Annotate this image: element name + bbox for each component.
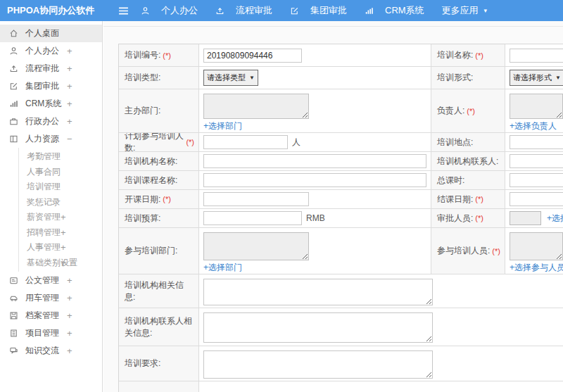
hr-submenu: 考勤管理 人事合同 培训管理 奖惩记录 薪资管理 + 招聘管理 + 人事管理 +… (18, 148, 102, 272)
form-row: 培训编号:(*) 培训名称:(*) (119, 44, 563, 67)
training-requirements-textarea[interactable] (203, 350, 433, 379)
budget-input[interactable] (203, 211, 302, 225)
sidebar-item-label: 档案管理 (25, 310, 59, 322)
upload-icon (215, 6, 225, 15)
expand-plus-icon[interactable]: + (67, 328, 72, 339)
form-row: 附件文档: +附件上传 (119, 381, 563, 392)
nav-more-apps[interactable]: 更多应用 ▾ (442, 4, 488, 17)
briefcase-icon (9, 117, 19, 127)
expand-plus-icon[interactable]: + (67, 346, 72, 356)
hamburger-menu-icon[interactable] (113, 7, 134, 15)
sidebar-item-personal-desktop[interactable]: 个人桌面 (0, 25, 102, 42)
expand-plus-icon[interactable]: + (67, 310, 72, 321)
expand-plus-icon[interactable]: + (67, 99, 72, 109)
leader-textarea[interactable] (510, 94, 563, 119)
sidebar-item-projects[interactable]: 项目管理 + (0, 324, 102, 342)
expand-plus-icon[interactable]: + (67, 63, 72, 74)
sidebar-item-label: 集团审批 (25, 80, 59, 92)
total-hours-input[interactable] (510, 173, 563, 187)
nav-personal-office[interactable]: 个人办公 (141, 4, 198, 17)
expand-plus-icon[interactable]: + (67, 293, 72, 303)
sidebar-sub-attendance[interactable]: 考勤管理 (19, 149, 102, 165)
sub-item-label: 招聘管理 (27, 227, 61, 239)
sidebar-item-hr[interactable]: 人力资源 − (0, 130, 102, 148)
planned-participants-input[interactable] (203, 135, 288, 149)
sidebar-item-vehicles[interactable]: 用车管理 + (0, 289, 102, 307)
org-contact-input[interactable] (510, 154, 563, 168)
form-row: 培训要求: (119, 346, 563, 381)
sidebar-sub-personnel[interactable]: 人事管理 + (19, 240, 102, 255)
sidebar-sub-recruit[interactable]: 招聘管理 + (19, 225, 102, 241)
nav-label: 个人办公 (161, 4, 198, 17)
sidebar-sub-base-category[interactable]: 基础类别设置 + (19, 255, 102, 271)
select-department-link[interactable]: +选择部门 (203, 120, 242, 132)
sidebar-item-label: 人力资源 (25, 133, 59, 145)
sidebar: 个人桌面 个人办公 + 流程审批 + 集团审批 + CRM系统 + 行政办公 + (0, 21, 103, 392)
training-requirements-label: 培训要求: (119, 346, 199, 381)
form-row: 培训机构名称: 培训机构联系人: (119, 152, 563, 171)
approver-input[interactable] (510, 211, 541, 225)
training-location-input[interactable] (510, 135, 563, 149)
expand-plus-icon[interactable]: + (67, 46, 72, 56)
select-department-link[interactable]: +选择部门 (203, 262, 242, 274)
sidebar-item-personal-office[interactable]: 个人办公 + (0, 42, 102, 60)
org-info-textarea[interactable] (203, 279, 433, 305)
expand-plus-icon[interactable]: + (67, 116, 72, 127)
sub-item-label: 人事管理 (27, 241, 61, 253)
nav-crm[interactable]: CRM系统 (365, 4, 424, 17)
start-date-input[interactable] (203, 192, 309, 206)
form-row: 主办部门: +选择部门 负责人:(*) +选择负责人 (119, 89, 563, 133)
org-contact-info-textarea[interactable] (203, 312, 433, 343)
bar-chart-icon (9, 99, 19, 109)
sidebar-sub-rewards[interactable]: 奖惩记录 (19, 195, 102, 210)
org-name-input[interactable] (203, 154, 426, 168)
host-department-textarea[interactable] (203, 94, 309, 119)
nav-label: CRM系统 (385, 4, 424, 17)
expand-plus-icon[interactable]: + (61, 242, 66, 253)
collapse-minus-icon[interactable]: − (67, 134, 72, 144)
sidebar-sub-salary[interactable]: 薪资管理 + (19, 210, 102, 225)
training-location-label: 培训地点: (431, 133, 505, 151)
expand-plus-icon[interactable]: + (61, 258, 66, 268)
sidebar-item-archives[interactable]: 档案管理 + (0, 307, 102, 324)
sidebar-item-label: 个人桌面 (25, 27, 59, 39)
sidebar-item-group-approval[interactable]: 集团审批 + (0, 77, 102, 95)
training-name-input[interactable] (510, 49, 563, 63)
select-leader-link[interactable]: +选择负责人 (510, 120, 557, 132)
select-caret-icon: ▼ (555, 75, 561, 81)
sub-item-label: 培训管理 (27, 181, 61, 193)
sidebar-item-admin-office[interactable]: 行政办公 + (0, 113, 102, 130)
leader-label: 负责人:(*) (431, 89, 505, 132)
chat-icon (9, 346, 19, 356)
select-approver-link[interactable]: +选择审批人员 (547, 213, 563, 225)
select-participants-link[interactable]: +选择参与人员 (510, 262, 563, 274)
sidebar-item-label: 行政办公 (25, 115, 59, 127)
course-name-label: 培训课程名称: (119, 171, 199, 189)
sidebar-item-label: 知识交流 (25, 345, 59, 357)
attachment-label: 附件文档: (119, 381, 199, 392)
sidebar-sub-training[interactable]: 培训管理 (19, 179, 102, 195)
nav-flow-approval[interactable]: 流程审批 (215, 4, 272, 17)
nav-group-approval[interactable]: 集团审批 (290, 4, 347, 17)
end-date-input[interactable] (510, 192, 563, 206)
sidebar-item-flow-approval[interactable]: 流程审批 + (0, 60, 102, 77)
sidebar-item-label: 项目管理 (25, 327, 59, 339)
sidebar-sub-hr-contract[interactable]: 人事合同 (19, 165, 102, 180)
training-number-input[interactable] (203, 49, 302, 63)
participating-people-textarea[interactable] (510, 232, 563, 260)
form-row: 开课日期:(*) 结课日期:(*) (119, 190, 563, 209)
sidebar-item-label: CRM系统 (25, 98, 61, 110)
sub-item-label: 奖惩记录 (27, 196, 61, 208)
expand-plus-icon[interactable]: + (61, 212, 66, 222)
expand-plus-icon[interactable]: + (67, 275, 72, 286)
sidebar-item-crm[interactable]: CRM系统 + (0, 95, 102, 113)
expand-plus-icon[interactable]: + (61, 227, 66, 238)
expand-plus-icon[interactable]: + (67, 81, 72, 91)
training-type-select[interactable]: 请选择类型 ▼ (203, 70, 258, 86)
course-name-input[interactable] (203, 173, 426, 187)
training-form-select[interactable]: 请选择形式 ▼ (510, 70, 563, 86)
sidebar-item-documents[interactable]: 公文管理 + (0, 272, 102, 289)
participating-departments-textarea[interactable] (203, 232, 309, 260)
sidebar-item-knowledge[interactable]: 知识交流 + (0, 342, 102, 360)
edit-icon (290, 6, 300, 15)
